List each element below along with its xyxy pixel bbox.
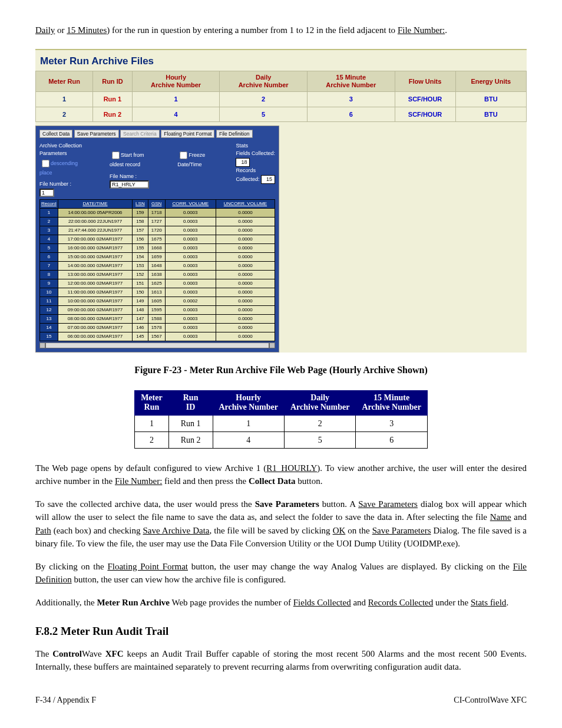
paragraph-3: By clicking on the Floating Point Format… bbox=[35, 560, 527, 587]
archive-cell: 3 bbox=[307, 92, 395, 107]
records-row[interactable]: 1506:00:00.000 02MAR197714515670.00030.0… bbox=[40, 332, 275, 341]
record-cell: 0.0000 bbox=[216, 209, 275, 218]
record-cell: 1720 bbox=[148, 226, 165, 235]
detail-pane: Collect Data Save Parameters Search Crit… bbox=[35, 126, 279, 353]
record-index: 12 bbox=[40, 306, 58, 315]
archive-row[interactable]: 1Run 1123SCF/HOURBTU bbox=[36, 92, 527, 107]
records-header: CORR. VOLUME bbox=[165, 200, 216, 209]
archive-cell: 2 bbox=[36, 107, 93, 122]
record-cell: 1578 bbox=[148, 324, 165, 332]
record-index: 7 bbox=[40, 262, 58, 271]
th-energy-units: Energy Units bbox=[455, 71, 526, 92]
archive-cell: SCF/HOUR bbox=[395, 107, 455, 122]
summary-header: HourlyArchive Number bbox=[213, 391, 284, 415]
record-cell: 0.0003 bbox=[165, 288, 216, 297]
archive-cell: BTU bbox=[455, 92, 526, 107]
collect-data-button[interactable]: Collect Data bbox=[39, 130, 72, 138]
record-cell: 1675 bbox=[148, 235, 165, 244]
floating-point-button[interactable]: Floating Point Format bbox=[161, 130, 214, 138]
record-cell: 159 bbox=[133, 209, 148, 218]
record-cell: 17:00:00.000 02MAR1977 bbox=[58, 235, 132, 244]
summary-header: 15 MinuteArchive Number bbox=[356, 391, 427, 415]
records-row[interactable]: 912:00:00.000 02MAR197715116250.00030.00… bbox=[40, 279, 275, 288]
section-heading: F.8.2 Meter Run Audit Trail bbox=[35, 623, 527, 640]
record-cell: 21:47:44.000 22JUN1977 bbox=[58, 226, 132, 235]
record-cell: 154 bbox=[133, 253, 148, 262]
archive-row[interactable]: 2Run 2456SCF/HOURBTU bbox=[36, 107, 527, 122]
save-parameters-button[interactable]: Save Parameters bbox=[74, 130, 119, 138]
records-row[interactable]: 321:47:44.000 22JUN197715717200.00030.00… bbox=[40, 226, 275, 235]
archive-cell: Run 2 bbox=[93, 107, 133, 122]
record-cell: 0.0000 bbox=[216, 332, 275, 341]
record-index: 6 bbox=[40, 253, 58, 262]
record-cell: 1625 bbox=[148, 279, 165, 288]
record-cell: 0.0003 bbox=[165, 218, 216, 226]
record-cell: 1648 bbox=[148, 262, 165, 271]
record-cell: 14:00:00.000 02MAR1977 bbox=[58, 262, 132, 271]
search-criteria-button[interactable]: Search Criteria bbox=[120, 130, 160, 138]
records-row[interactable]: 114:00:00.000 05APR200615917180.00030.00… bbox=[40, 209, 275, 218]
paragraph-1: The Web page opens by default configured… bbox=[35, 462, 527, 488]
record-index: 13 bbox=[40, 315, 58, 324]
record-cell: 0.0000 bbox=[216, 297, 275, 306]
records-row[interactable]: 1209:00:00.000 02MAR197714815950.00030.0… bbox=[40, 306, 275, 315]
records-row[interactable]: 1308:00:00.000 02MAR197714715880.00030.0… bbox=[40, 315, 275, 324]
fields-collected-label: Fields Collected: bbox=[236, 150, 275, 156]
file-name-label: File Name : bbox=[110, 173, 137, 179]
record-cell: 0.0000 bbox=[216, 244, 275, 253]
freeze-checkbox[interactable] bbox=[180, 151, 187, 159]
record-cell: 146 bbox=[133, 324, 148, 332]
section-paragraph: The ControlWave XFC keeps an Audit Trail… bbox=[35, 647, 527, 674]
summary-header: MeterRun bbox=[135, 391, 169, 415]
descending-checkbox[interactable] bbox=[42, 160, 49, 167]
records-row[interactable]: 1011:00:00.000 02MAR197715016130.00030.0… bbox=[40, 288, 275, 297]
record-cell: 0.0003 bbox=[165, 332, 216, 341]
records-row[interactable]: 222:00:00.000 22JUN197715817270.00030.00… bbox=[40, 218, 275, 226]
summary-cell: 6 bbox=[356, 431, 427, 448]
record-cell: 0.0003 bbox=[165, 315, 216, 324]
summary-cell: 4 bbox=[213, 431, 284, 448]
record-cell: 1595 bbox=[148, 306, 165, 315]
record-index: 9 bbox=[40, 279, 58, 288]
th-hourly: Hourly Archive Number bbox=[132, 71, 220, 92]
record-cell: 06:00:00.000 02MAR1977 bbox=[58, 332, 132, 341]
record-cell: 09:00:00.000 02MAR1977 bbox=[58, 306, 132, 315]
record-index: 11 bbox=[40, 297, 58, 306]
records-row[interactable]: 714:00:00.000 02MAR197715316480.00030.00… bbox=[40, 262, 275, 271]
summary-cell: 3 bbox=[356, 415, 427, 431]
record-cell: 0.0003 bbox=[165, 306, 216, 315]
records-header: Record bbox=[40, 200, 58, 209]
records-row[interactable]: 1407:00:00.000 02MAR197714615780.00030.0… bbox=[40, 324, 275, 332]
record-cell: 22:00:00.000 22JUN1977 bbox=[58, 218, 132, 226]
records-row[interactable]: 417:00:00.000 02MAR197715616750.00030.00… bbox=[40, 235, 275, 244]
start-oldest-checkbox[interactable] bbox=[112, 151, 120, 159]
stats-label: Stats bbox=[236, 142, 275, 150]
record-cell: 149 bbox=[133, 297, 148, 306]
records-row[interactable]: 516:00:00.000 02MAR197715516680.00030.00… bbox=[40, 244, 275, 253]
record-cell: 147 bbox=[133, 315, 148, 324]
archive-cell: 5 bbox=[220, 107, 308, 122]
records-row[interactable]: 1110:00:00.000 02MAR197714916050.00020.0… bbox=[40, 297, 275, 306]
record-cell: 0.0003 bbox=[165, 244, 216, 253]
record-cell: 158 bbox=[133, 218, 148, 226]
file-number-input[interactable] bbox=[39, 189, 54, 197]
records-row[interactable]: 813:00:00.000 02MAR197715216380.00030.00… bbox=[40, 271, 275, 279]
record-cell: 148 bbox=[133, 306, 148, 315]
record-cell: 151 bbox=[133, 279, 148, 288]
file-definition-button[interactable]: File Definition bbox=[216, 130, 253, 138]
file-name-input[interactable] bbox=[110, 180, 149, 189]
record-cell: 155 bbox=[133, 244, 148, 253]
archive-cell: 6 bbox=[307, 107, 395, 122]
archive-cell: 1 bbox=[36, 92, 93, 107]
summary-cell: 5 bbox=[284, 431, 355, 448]
record-cell: 0.0003 bbox=[165, 271, 216, 279]
record-cell: 0.0000 bbox=[216, 279, 275, 288]
record-cell: 145 bbox=[133, 332, 148, 341]
records-row[interactable]: 615:00:00.000 02MAR197715416590.00030.00… bbox=[40, 253, 275, 262]
th-daily: Daily Archive Number bbox=[220, 71, 308, 92]
figure-caption: Figure F-23 - Meter Run Archive File Web… bbox=[35, 363, 527, 377]
scroll-indicator[interactable] bbox=[39, 342, 275, 348]
records-header: DATE/TIME bbox=[58, 200, 132, 209]
record-cell: 16:00:00.000 02MAR1977 bbox=[58, 244, 132, 253]
record-index: 4 bbox=[40, 235, 58, 244]
